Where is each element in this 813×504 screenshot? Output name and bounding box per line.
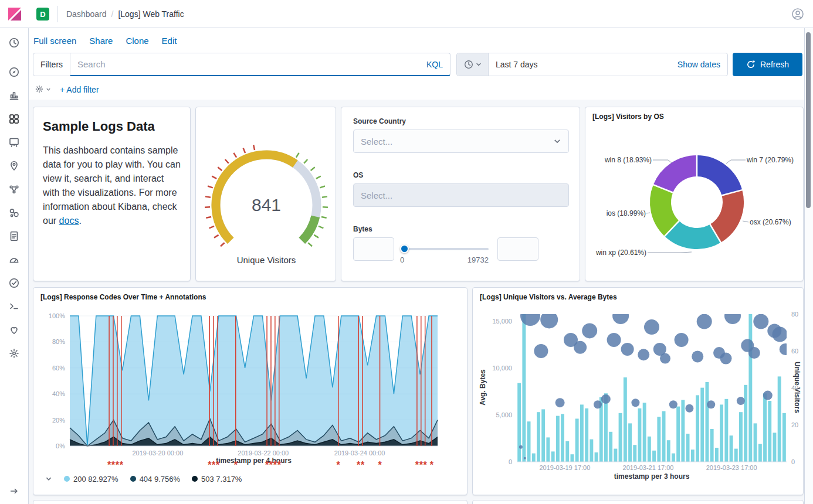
legend-item-200[interactable]: 200 82.927% <box>64 475 118 483</box>
gauge-label: Unique Visitors <box>196 255 337 265</box>
gauge-chart[interactable] <box>202 139 331 254</box>
easel-icon <box>8 137 20 148</box>
arrow-right-icon <box>9 486 19 496</box>
refresh-button[interactable]: Refresh <box>733 53 802 76</box>
os-placeholder: Select... <box>361 190 392 200</box>
time-quick-select-button[interactable] <box>457 53 489 76</box>
share-button[interactable]: Share <box>89 36 113 46</box>
source-country-select[interactable]: Select... <box>353 130 569 153</box>
bar-chart-icon <box>8 90 20 101</box>
svg-text:5,000: 5,000 <box>496 411 512 418</box>
legend-item-404[interactable]: 404 9.756% <box>130 475 180 483</box>
sidebar-item-metrics[interactable] <box>5 250 23 269</box>
check-circle-icon <box>8 277 20 289</box>
clone-button[interactable]: Clone <box>126 36 148 46</box>
svg-text:60: 60 <box>791 348 798 355</box>
svg-text:*: * <box>120 460 124 470</box>
legend-label: 404 9.756% <box>140 475 180 483</box>
sidebar-collapse-button[interactable] <box>5 482 23 500</box>
docs-link[interactable]: docs <box>59 216 79 226</box>
panel-response-codes: [Logs] Response Codes Over Time + Annota… <box>33 287 468 495</box>
legend-toggle-icon[interactable] <box>45 475 52 482</box>
svg-text:2019-03-22 00:00: 2019-03-22 00:00 <box>238 449 289 457</box>
panel-title: [Logs] Response Codes Over Time + Annota… <box>40 293 206 301</box>
header-divider <box>57 6 57 22</box>
search-input[interactable] <box>77 59 422 69</box>
scrollbar-thumb[interactable] <box>806 32 811 208</box>
breadcrumb-current: [Logs] Web Traffic <box>118 9 184 19</box>
clock-icon <box>463 59 474 70</box>
svg-text:40: 40 <box>791 384 798 391</box>
breadcrumb-separator: / <box>111 9 114 19</box>
svg-text:80%: 80% <box>52 338 65 345</box>
kibana-logo[interactable] <box>7 6 22 22</box>
slider-track[interactable] <box>401 248 489 250</box>
svg-text:2019-03-24 00:00: 2019-03-24 00:00 <box>334 449 385 457</box>
svg-text:2019-03-20 00:00: 2019-03-20 00:00 <box>132 449 183 457</box>
sidebar-item-uptime[interactable] <box>5 274 23 292</box>
svg-text:*: * <box>430 460 434 470</box>
date-picker: Last 7 days Show dates <box>456 53 728 76</box>
panel-title: [Logs] Visitors by OS <box>592 113 664 121</box>
show-dates-button[interactable]: Show dates <box>678 60 720 69</box>
legend-item-503[interactable]: 503 7.317% <box>192 475 242 483</box>
svg-text:*: * <box>424 460 428 470</box>
bytes-label: Bytes <box>353 225 372 233</box>
sample-data-text-end: . <box>79 216 81 226</box>
slider-min-value: 0 <box>400 256 404 264</box>
filters-label: Filters <box>40 60 63 69</box>
legend-label: 503 7.317% <box>201 475 242 483</box>
kql-language-button[interactable]: KQL <box>426 60 443 69</box>
console-icon <box>8 301 20 312</box>
svg-text:*: * <box>277 460 282 470</box>
time-range-value[interactable]: Last 7 days <box>496 60 538 69</box>
user-menu-icon[interactable] <box>791 7 805 21</box>
svg-text:*: * <box>378 460 382 470</box>
compass-icon <box>8 66 20 78</box>
svg-text:20%: 20% <box>52 417 65 424</box>
sidebar-item-graph[interactable] <box>5 203 23 222</box>
bubbles-icon <box>8 207 20 219</box>
sidebar-item-visualize[interactable] <box>5 86 23 105</box>
sidebar-item-dashboard[interactable] <box>5 110 23 128</box>
full-screen-button[interactable]: Full screen <box>33 36 76 46</box>
chevron-down-icon <box>476 62 482 67</box>
filter-options-button[interactable] <box>35 84 51 94</box>
add-filter-button[interactable]: + Add filter <box>60 85 99 94</box>
svg-text:15,000: 15,000 <box>492 318 512 325</box>
scrollbar-track[interactable] <box>804 28 813 504</box>
app-header: D Dashboard / [Logs] Web Traffic <box>0 0 813 28</box>
sidebar-item-logs[interactable] <box>5 227 23 246</box>
sidebar-item-machine-learning[interactable] <box>5 180 23 199</box>
sidebar-item-maps[interactable] <box>5 156 23 175</box>
clock-icon <box>8 37 20 49</box>
edit-button[interactable]: Edit <box>162 36 177 46</box>
sidebar-item-discover[interactable] <box>5 63 23 81</box>
dashboard-menu: Full screen Share Clone Edit <box>33 36 177 46</box>
dashboard-grid-icon <box>8 113 20 125</box>
sidebar-item-canvas[interactable] <box>5 133 23 152</box>
sidebar-item-dev-tools[interactable] <box>5 297 23 316</box>
svg-text:*: * <box>337 460 341 470</box>
chevron-down-icon <box>46 87 51 92</box>
svg-text:40%: 40% <box>52 390 65 397</box>
sidebar-item-management[interactable] <box>5 344 23 363</box>
donut-chart[interactable] <box>585 107 804 282</box>
space-avatar[interactable]: D <box>36 8 49 21</box>
bytes-max-input[interactable] <box>497 237 538 261</box>
partial-panel <box>472 500 804 504</box>
sample-data-body: This dashboard contains sample data for … <box>43 144 182 228</box>
breadcrumb-dashboard[interactable]: Dashboard <box>66 9 107 19</box>
filters-menu-button[interactable]: Filters <box>33 53 70 76</box>
sidebar-item-stack-monitoring[interactable] <box>5 321 23 339</box>
svg-text:100%: 100% <box>49 312 65 319</box>
panel-input-controls: Source Country Select... OS Select... By… <box>341 107 580 281</box>
sidebar-item-recently-viewed[interactable] <box>5 33 23 52</box>
bar-bubble-chart[interactable]: 05,00010,00015,0000204060802019-03-19 17… <box>473 288 804 496</box>
query-bar: KQL <box>70 53 450 76</box>
area-chart[interactable]: 0%20%40%60%80%100%********************20… <box>33 288 468 496</box>
svg-text:0: 0 <box>791 458 795 465</box>
bytes-min-input[interactable] <box>353 237 394 261</box>
slider-handle[interactable] <box>400 244 409 253</box>
os-select[interactable]: Select... <box>353 183 569 207</box>
